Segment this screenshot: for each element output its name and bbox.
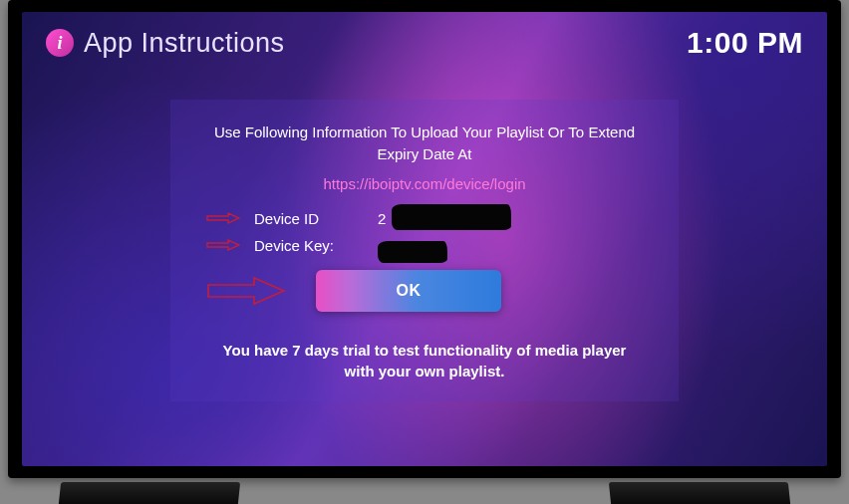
device-id-row: Device ID 2 92 xyxy=(206,210,643,227)
ok-row: OK xyxy=(206,270,643,312)
arrow-icon xyxy=(206,274,286,308)
login-url: https://iboiptv.com/device/login xyxy=(206,175,643,192)
device-key-label: Device Key: xyxy=(254,237,364,254)
info-icon: i xyxy=(46,29,74,57)
tv-leg xyxy=(609,482,790,504)
tv-frame: i App Instructions 1:00 PM Use Following… xyxy=(8,0,841,478)
clock: 1:00 PM xyxy=(687,26,803,60)
device-id-label: Device ID xyxy=(254,210,364,227)
page-title: App Instructions xyxy=(84,28,285,59)
instructions-lead: Use Following Information To Upload Your… xyxy=(206,122,643,165)
redaction-mark xyxy=(392,204,511,230)
redaction-mark xyxy=(378,241,447,263)
header: i App Instructions 1:00 PM xyxy=(46,26,803,60)
tv-stand xyxy=(0,478,849,504)
title-wrap: i App Instructions xyxy=(46,28,285,59)
arrow-icon xyxy=(206,211,240,225)
arrow-icon xyxy=(206,238,240,252)
tv-leg xyxy=(59,482,240,504)
screen-background: i App Instructions 1:00 PM Use Following… xyxy=(22,12,827,466)
device-fields: Device ID 2 92 Device Key: xyxy=(206,210,643,254)
trial-note: You have 7 days trial to test functional… xyxy=(206,340,643,381)
instructions-panel: Use Following Information To Upload Your… xyxy=(170,100,679,401)
device-key-row: Device Key: xyxy=(206,237,643,254)
device-id-value: 2 92 xyxy=(378,210,527,227)
ok-button[interactable]: OK xyxy=(316,270,501,312)
